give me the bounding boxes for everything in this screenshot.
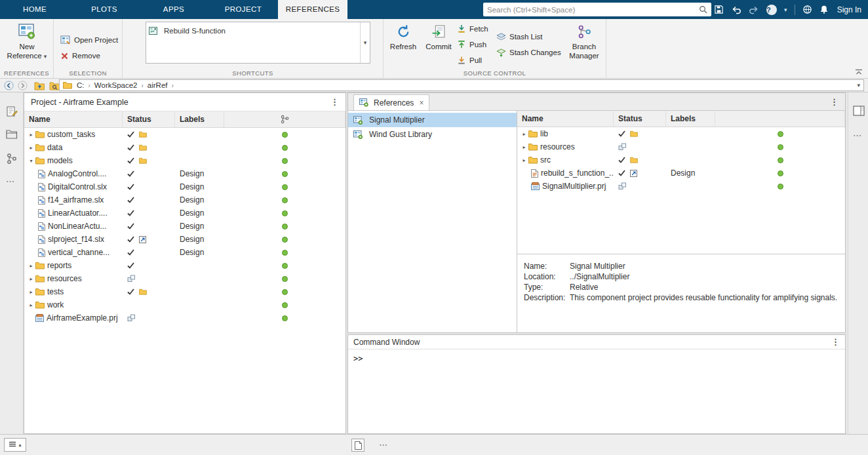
column-header-labels[interactable]: Labels — [666, 111, 715, 127]
save-icon[interactable] — [714, 5, 724, 14]
gallery-dropdown-icon[interactable]: ▾ — [360, 22, 370, 63]
table-row[interactable]: f14_airframe.slxDesign — [24, 193, 345, 207]
help-caret-icon[interactable]: ▾ — [784, 7, 787, 13]
folder-icon — [528, 156, 538, 164]
expander-collapsed-icon[interactable]: ▸ — [520, 157, 528, 163]
back-icon[interactable] — [4, 81, 14, 90]
details-toggle-button[interactable]: ▴ — [4, 438, 26, 452]
table-row[interactable]: rebuild_s_function_...Design — [517, 167, 845, 180]
table-row[interactable]: NonLinearActu...Design — [24, 220, 345, 233]
table-row[interactable]: ▸data — [24, 141, 345, 154]
reference-item[interactable]: Wind Gust Library — [348, 127, 517, 142]
breadcrumb-item[interactable]: WorkSpace2 — [93, 81, 139, 89]
expander-expanded-icon[interactable]: ▾ — [27, 158, 35, 164]
tab-plots[interactable]: PLOTS — [69, 0, 139, 19]
expander-collapsed-icon[interactable]: ▸ — [27, 289, 35, 295]
details-panel-icon[interactable] — [6, 106, 18, 117]
label-cell: Design — [175, 182, 224, 191]
column-header-labels[interactable]: Labels — [175, 111, 224, 127]
breadcrumb-chevron-icon[interactable]: › — [138, 82, 146, 89]
folder-up-icon[interactable] — [34, 81, 45, 90]
project-panel-menu-icon[interactable]: ⋮ — [330, 97, 339, 107]
breadcrumb-dropdown-icon[interactable]: ▾ — [857, 82, 860, 89]
expander-collapsed-icon[interactable]: ▸ — [27, 263, 35, 269]
table-row[interactable]: AnalogControl....Design — [24, 167, 345, 180]
breadcrumb-item[interactable]: C: — [75, 81, 86, 89]
table-row[interactable]: ▸work — [24, 298, 345, 311]
shortcut-item[interactable]: Rebuild S-function — [149, 24, 357, 37]
table-row[interactable]: ▸lib — [517, 127, 845, 140]
column-header-git[interactable] — [224, 111, 345, 127]
undo-icon[interactable] — [731, 5, 741, 14]
minimized-panel-icon[interactable] — [351, 439, 365, 452]
folder-browser-panel-icon[interactable] — [6, 129, 18, 139]
tab-apps[interactable]: APPS — [139, 0, 208, 19]
push-button[interactable]: Push — [457, 38, 486, 51]
tab-project[interactable]: PROJECT — [208, 0, 278, 19]
branch-manager-button[interactable]: Branch Manager — [564, 24, 604, 60]
references-panel-menu-icon[interactable]: ⋮ — [830, 97, 838, 107]
source-control-panel-icon[interactable] — [6, 153, 18, 165]
stash-list-button[interactable]: Stash List — [496, 30, 543, 43]
breadcrumb-item[interactable]: airRef — [146, 81, 169, 89]
expander-collapsed-icon[interactable]: ▸ — [520, 131, 528, 137]
table-row[interactable]: ▸tests — [24, 285, 345, 298]
table-row[interactable]: ▸custom_tasks — [24, 128, 345, 141]
table-row[interactable]: AirframeExample.prj — [24, 311, 345, 325]
table-row[interactable]: ▸reports — [24, 259, 345, 272]
remove-button[interactable]: Remove — [60, 49, 100, 62]
commit-button[interactable]: Commit — [422, 24, 456, 51]
table-row[interactable]: ▾models — [24, 154, 345, 167]
expander-collapsed-icon[interactable]: ▸ — [520, 144, 528, 150]
breadcrumb-chevron-icon[interactable]: › — [86, 82, 93, 89]
new-reference-button[interactable]: New Reference ▾ — [5, 24, 49, 61]
redo-icon[interactable] — [749, 5, 759, 14]
pull-button[interactable]: Pull — [457, 54, 482, 67]
table-row[interactable]: LinearActuator....Design — [24, 207, 345, 220]
table-row[interactable]: DigitalControl.slxDesign — [24, 180, 345, 193]
table-row[interactable]: vertical_channe...Design — [24, 246, 345, 259]
expander-collapsed-icon[interactable]: ▸ — [27, 145, 35, 151]
search-icon[interactable] — [695, 5, 711, 14]
side-panel-icon[interactable] — [853, 106, 865, 116]
tab-home[interactable]: HOME — [0, 0, 69, 19]
breadcrumb[interactable]: C:›WorkSpace2›airRef› ▾ — [59, 79, 864, 91]
more-panels-icon[interactable]: ⋯ — [853, 130, 862, 140]
table-row[interactable]: slproject_f14.slxDesign — [24, 233, 345, 246]
table-row[interactable]: ▸resources — [517, 140, 845, 153]
table-row[interactable]: ▸resources — [24, 272, 345, 285]
column-header-name[interactable]: Name — [517, 111, 614, 127]
community-icon[interactable] — [802, 5, 812, 14]
global-search[interactable] — [483, 3, 711, 16]
fetch-button[interactable]: Fetch — [457, 22, 488, 35]
column-header-status[interactable]: Status — [614, 111, 666, 127]
expander-collapsed-icon[interactable]: ▸ — [27, 132, 35, 138]
open-project-button[interactable]: Open Project — [60, 33, 118, 47]
stash-changes-button[interactable]: Stash Changes — [496, 46, 561, 59]
folder-badge-icon — [139, 288, 147, 295]
more-panels-icon[interactable]: ⋯ — [6, 176, 15, 186]
table-row[interactable]: ▸src — [517, 153, 845, 167]
forward-icon[interactable] — [18, 81, 28, 90]
search-input[interactable] — [483, 6, 695, 14]
column-header-status[interactable]: Status — [123, 111, 175, 127]
column-header-name[interactable]: Name — [24, 111, 123, 127]
collapse-ribbon-icon[interactable] — [855, 69, 863, 75]
help-icon[interactable]: ? — [766, 5, 777, 15]
open-project-icon — [60, 35, 71, 45]
expander-collapsed-icon[interactable]: ▸ — [27, 302, 35, 308]
refresh-button[interactable]: Refresh — [386, 24, 420, 51]
more-icon[interactable]: ⋯ — [379, 440, 388, 450]
tab-references[interactable]: REFERENCES — [278, 0, 347, 19]
table-row[interactable]: SignalMultiplier.prj — [517, 180, 845, 193]
reference-item[interactable]: Signal Multiplier — [348, 113, 517, 127]
command-window-body[interactable]: >> — [348, 349, 845, 368]
command-window-menu-icon[interactable]: ⋮ — [831, 337, 840, 347]
expander-collapsed-icon[interactable]: ▸ — [27, 276, 35, 282]
notifications-bell-icon[interactable] — [819, 5, 829, 14]
breadcrumb-chevron-icon[interactable]: › — [169, 82, 176, 89]
shortcut-badge-icon — [630, 170, 637, 177]
tab-references[interactable]: References × — [353, 94, 429, 110]
close-tab-icon[interactable]: × — [419, 98, 424, 108]
sign-in-button[interactable]: Sign In — [836, 5, 861, 14]
